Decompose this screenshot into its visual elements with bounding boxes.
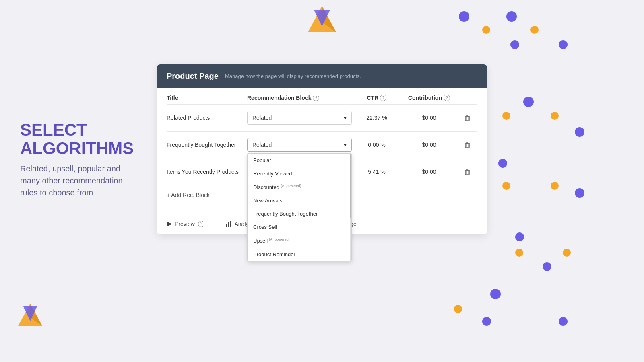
dot-19 — [490, 289, 501, 299]
play-icon — [167, 221, 172, 227]
trash-icon — [464, 141, 471, 148]
footer-divider-1: | — [214, 220, 216, 228]
row1-selected-value: Related — [252, 115, 272, 121]
dot-17 — [563, 249, 571, 257]
dot-3 — [482, 26, 490, 34]
trash-icon — [464, 168, 471, 175]
row1-contribution: $0.00 — [401, 115, 457, 121]
dot-15 — [515, 232, 524, 241]
dot-8 — [502, 112, 510, 120]
preview-label: Preview — [175, 221, 195, 227]
svg-rect-23 — [228, 222, 229, 227]
card-title: Product Page — [167, 72, 219, 81]
row1-dropdown-arrow: ▾ — [344, 115, 347, 121]
dot-22 — [559, 317, 568, 326]
heading-line2: ALGORITHMS — [20, 139, 134, 158]
heading-line1: SELECT — [20, 120, 87, 139]
dot-13 — [551, 182, 559, 190]
col-actions — [457, 95, 477, 101]
option-upsell[interactable]: Upsell [AI powered] — [248, 234, 351, 247]
card-header: Product Page Manage how the page will di… — [157, 64, 487, 88]
dot-21 — [482, 317, 491, 326]
row2-selected-value: Related — [252, 142, 272, 148]
svg-rect-24 — [230, 221, 231, 227]
col-ctr: CTR ? — [353, 95, 401, 101]
row1-ctr: 22.37 % — [353, 115, 401, 121]
ai-badge-upsell: [AI powered] — [269, 237, 290, 241]
dot-16 — [515, 249, 523, 257]
dot-12 — [502, 182, 510, 190]
row2-dropdown-menu: Popular Recently Viewed Discounted [AI p… — [247, 153, 352, 261]
col-contribution: Contribution ? — [401, 95, 457, 101]
option-popular[interactable]: Popular — [248, 154, 351, 167]
option-discounted[interactable]: Discounted [AI powered] — [248, 180, 351, 194]
trash-icon — [464, 114, 471, 121]
left-description: Related, upsell, popular and many other … — [20, 162, 141, 199]
option-cross-sell[interactable]: Cross Sell — [248, 220, 351, 234]
dot-9 — [551, 112, 559, 120]
add-block-label: + Add Rec. Block — [167, 192, 210, 198]
dot-7 — [523, 97, 534, 107]
dot-1 — [459, 11, 469, 22]
table-header: Title Recommendation Block ? CTR ? Contr… — [167, 88, 477, 105]
svg-rect-6 — [465, 117, 469, 121]
col-title: Title — [167, 95, 247, 101]
analytics-icon — [225, 221, 232, 227]
ai-badge-discounted: [AI powered] — [281, 184, 301, 188]
option-recently-viewed[interactable]: Recently Viewed — [248, 167, 351, 180]
preview-button[interactable]: Preview ? — [167, 221, 204, 227]
row2-dropdown-arrow: ▾ — [344, 142, 347, 148]
svg-rect-11 — [465, 144, 469, 148]
dot-2 — [506, 11, 517, 22]
svg-marker-21 — [167, 222, 172, 226]
row1-dropdown[interactable]: Related ▾ — [247, 111, 352, 125]
row3-title: Items You Recently Products — [167, 169, 247, 175]
dot-14 — [575, 188, 584, 198]
row2-dropdown-container: Related ▾ Popular Recently Viewed Discou… — [247, 138, 353, 152]
logo-top — [306, 4, 338, 36]
row2-delete-button[interactable] — [457, 141, 477, 148]
logo-bottom — [16, 302, 44, 330]
dot-20 — [454, 305, 462, 313]
col-recommendation: Recommendation Block ? — [247, 95, 353, 101]
dot-10 — [575, 127, 584, 137]
dot-5 — [510, 40, 519, 49]
row1-dropdown-container: Related ▾ — [247, 111, 353, 125]
recommendation-help-icon[interactable]: ? — [313, 95, 319, 101]
card-subtitle: Manage how the page will display recomme… — [225, 73, 361, 79]
preview-help-icon[interactable]: ? — [198, 221, 204, 227]
table-row: Frequently Bought Together Related ▾ Pop… — [167, 132, 477, 158]
main-card: Product Page Manage how the page will di… — [157, 64, 487, 234]
option-fbt[interactable]: Frequently Bought Together — [248, 207, 351, 220]
card-body: Title Recommendation Block ? CTR ? Contr… — [157, 88, 487, 213]
dot-18 — [543, 262, 551, 271]
table-row: Related Products Related ▾ 22.37 % $0.00 — [167, 105, 477, 132]
row2-title: Frequently Bought Together — [167, 142, 247, 148]
row1-title: Related Products — [167, 115, 247, 121]
row2-contribution: $0.00 — [401, 142, 457, 148]
dropdown-scrollbar — [350, 154, 351, 261]
contribution-help-icon[interactable]: ? — [444, 95, 450, 101]
row2-ctr: 0.00 % — [353, 142, 401, 148]
left-section: SELECT ALGORITHMS Related, upsell, popul… — [20, 121, 141, 199]
svg-rect-22 — [226, 224, 227, 227]
row2-dropdown[interactable]: Related ▾ — [247, 138, 352, 152]
dot-4 — [530, 26, 539, 34]
option-product-reminder[interactable]: Product Reminder — [248, 248, 351, 261]
dot-11 — [498, 159, 507, 168]
row3-delete-button[interactable] — [457, 168, 477, 175]
row3-ctr: 5.41 % — [353, 169, 401, 175]
dot-6 — [559, 40, 568, 49]
row3-contribution: $0.00 — [401, 169, 457, 175]
svg-rect-16 — [465, 171, 469, 175]
ctr-help-icon[interactable]: ? — [380, 95, 386, 101]
row1-delete-button[interactable] — [457, 114, 477, 121]
option-new-arrivals[interactable]: New Arrivals — [248, 194, 351, 207]
